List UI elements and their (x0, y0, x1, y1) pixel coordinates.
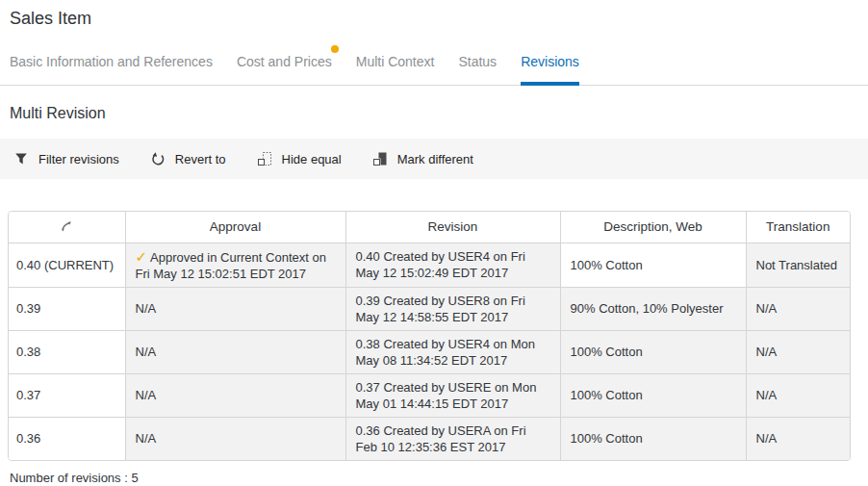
tab-label: Status (458, 54, 497, 69)
approval-cell: N/A (125, 417, 345, 460)
revision-cell: 0.40 Created by USER4 on Fri May 12 15:0… (345, 243, 560, 287)
toolbar-label: Mark different (397, 152, 473, 166)
approval-cell: N/A (125, 287, 345, 330)
tab-revisions[interactable]: Revisions (521, 53, 579, 85)
notification-dot-icon (331, 45, 339, 53)
translation-cell: N/A (746, 287, 850, 330)
revert-to-button[interactable]: Revert to (150, 151, 226, 166)
tab-multi-context[interactable]: Multi Context (356, 53, 435, 85)
revision-cell: 0.36 Created by USERA on Fri Feb 10 12:3… (345, 417, 560, 460)
column-header-version (9, 212, 125, 243)
tab-bar: Basic Information and References Cost an… (0, 53, 868, 86)
revisions-table: Approval Revision Description, Web Trans… (8, 211, 851, 461)
revision-arrow-icon (59, 217, 74, 236)
translation-cell: N/A (746, 417, 850, 460)
table-header-row: Approval Revision Description, Web Trans… (9, 212, 850, 243)
hide-equal-icon (257, 151, 272, 166)
table-row[interactable]: 0.38 N/A 0.38 Created by USER4 on Mon Ma… (9, 330, 850, 373)
approved-check-icon: ✓ (136, 248, 148, 265)
description-cell: 90% Cotton, 10% Polyester (560, 287, 746, 330)
translation-cell: Not Translated (746, 243, 850, 287)
approval-text: Approved in Current Context on Fri May 1… (136, 250, 326, 281)
table-row[interactable]: 0.36 N/A 0.36 Created by USERA on Fri Fe… (9, 417, 850, 460)
revision-cell: 0.38 Created by USER4 on Mon May 08 11:3… (345, 330, 560, 373)
hide-equal-button[interactable]: Hide equal (257, 151, 342, 166)
approval-cell: N/A (125, 373, 345, 417)
tab-label: Basic Information and References (10, 54, 213, 69)
section-title: Multi Revision (10, 105, 868, 122)
approval-cell: ✓Approved in Current Context on Fri May … (125, 243, 345, 287)
toolbar-label: Hide equal (282, 152, 342, 166)
page-title: Sales Item (10, 9, 868, 28)
table-row[interactable]: 0.39 N/A 0.39 Created by USER8 on Fri Ma… (9, 287, 850, 330)
column-header-revision: Revision (345, 212, 560, 243)
description-cell: 100% Cotton (560, 330, 746, 373)
column-header-approval: Approval (125, 212, 345, 243)
toolbar-label: Revert to (175, 152, 226, 166)
revert-icon (150, 151, 166, 166)
translation-cell: N/A (746, 373, 850, 417)
description-cell: 100% Cotton (560, 417, 746, 460)
translation-cell: N/A (746, 330, 850, 373)
description-cell: 100% Cotton (560, 243, 746, 287)
tab-label: Cost and Prices (237, 54, 332, 69)
column-header-translation: Translation (746, 212, 850, 243)
table-row[interactable]: 0.37 N/A 0.37 Created by USERE on Mon Ma… (9, 373, 850, 417)
tab-status[interactable]: Status (458, 53, 497, 85)
version-cell: 0.38 (9, 330, 125, 373)
mark-different-button[interactable]: Mark different (372, 151, 473, 166)
revision-count-label: Number of revisions : 5 (10, 471, 868, 485)
mark-different-icon (372, 151, 388, 166)
version-cell: 0.37 (9, 373, 125, 417)
revision-cell: 0.39 Created by USER8 on Fri May 12 14:5… (345, 287, 560, 330)
revision-toolbar: Filter revisions Revert to Hide equal (0, 139, 868, 179)
table-row[interactable]: 0.40 (CURRENT) ✓Approved in Current Cont… (9, 243, 850, 287)
filter-icon (13, 151, 29, 166)
tab-cost-and-prices[interactable]: Cost and Prices (237, 53, 332, 85)
tab-label: Multi Context (356, 54, 435, 69)
tab-basic-information-and-references[interactable]: Basic Information and References (10, 53, 213, 85)
revision-cell: 0.37 Created by USERE on Mon May 01 14:4… (345, 373, 560, 417)
tab-label: Revisions (521, 54, 579, 69)
version-cell: 0.39 (9, 287, 125, 330)
description-cell: 100% Cotton (560, 373, 746, 417)
column-header-description: Description, Web (560, 212, 746, 243)
filter-revisions-button[interactable]: Filter revisions (13, 151, 119, 166)
version-cell: 0.40 (CURRENT) (9, 243, 125, 287)
version-cell: 0.36 (9, 417, 125, 460)
toolbar-label: Filter revisions (38, 152, 119, 166)
approval-cell: N/A (125, 330, 345, 373)
